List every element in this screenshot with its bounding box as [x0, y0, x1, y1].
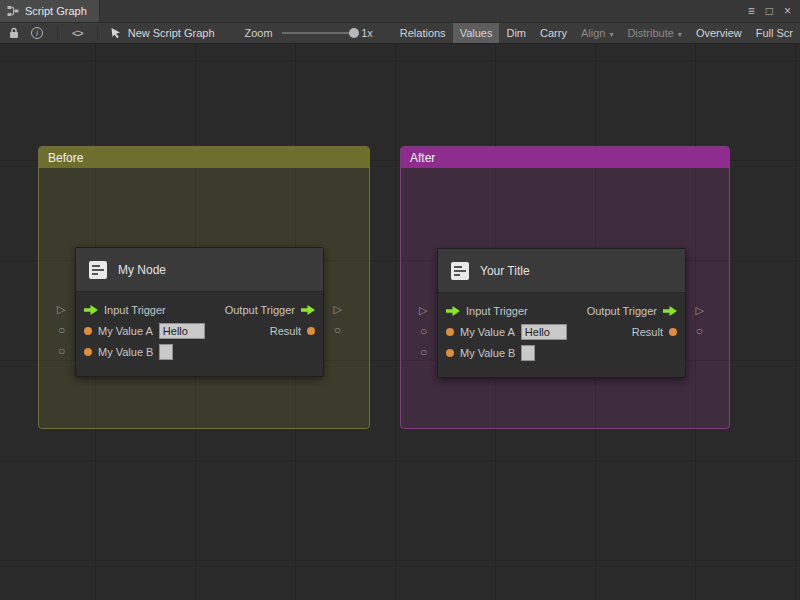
input-trigger-label: Input Trigger [104, 304, 166, 316]
external-trigger-in-connector[interactable]: ▷ [57, 304, 65, 315]
external-value-b-connector[interactable]: ○ [58, 345, 65, 357]
align-button[interactable]: Align▾ [574, 23, 620, 43]
node-container[interactable]: Your Title Input Trigger Output Trigger [437, 248, 686, 378]
external-trigger-in-connector[interactable]: ▷ [419, 305, 427, 316]
trigger-out-icon [301, 305, 315, 315]
window-menu-icon[interactable]: ≡ [748, 5, 755, 17]
result-port[interactable]: Result [270, 325, 315, 337]
toolbar-divider [97, 27, 98, 40]
tab-script-graph[interactable]: Script Graph [0, 0, 100, 22]
output-trigger-port[interactable]: Output Trigger [587, 305, 677, 317]
external-trigger-out-connector[interactable]: ▷ [334, 304, 342, 315]
unit-icon [87, 259, 109, 281]
lock-icon[interactable] [3, 23, 25, 43]
dim-button[interactable]: Dim [499, 23, 533, 43]
external-result-connector[interactable]: ○ [696, 325, 703, 337]
value-port-icon [669, 328, 677, 336]
node-title: Your Title [480, 264, 530, 278]
value-b-input[interactable] [521, 345, 535, 361]
graph-toolbar: i <> New Script Graph Zoom 1x Relations … [0, 22, 800, 44]
graph-breadcrumb[interactable]: New Script Graph [106, 23, 219, 43]
zoom-label: Zoom [245, 27, 273, 39]
input-trigger-label: Input Trigger [466, 305, 528, 317]
graph-canvas[interactable]: Before After My Node [0, 44, 800, 600]
value-b-label: My Value B [98, 346, 153, 358]
zoom-slider-track [282, 32, 356, 34]
distribute-button[interactable]: Distribute▾ [620, 23, 688, 43]
info-glyph: i [31, 27, 43, 39]
external-trigger-out-connector[interactable]: ▷ [696, 305, 704, 316]
value-a-label: My Value A [460, 326, 515, 338]
output-trigger-port[interactable]: Output Trigger [225, 304, 315, 316]
tab-bar: Script Graph ≡ □ × [0, 0, 800, 22]
carry-button[interactable]: Carry [533, 23, 574, 43]
group-header[interactable]: Before [39, 147, 369, 168]
external-result-connector[interactable]: ○ [334, 324, 341, 336]
port-row: My Value A Result [438, 321, 685, 342]
node-body: Input Trigger Output Trigger My Value A [76, 292, 323, 362]
values-button[interactable]: Values [453, 23, 500, 43]
value-port-icon [84, 327, 92, 335]
toolbar-buttons: Relations Values Dim Carry Align▾ Distri… [393, 23, 800, 43]
value-a-input[interactable] [521, 324, 567, 340]
close-icon[interactable]: × [784, 5, 791, 17]
chevron-down-icon: ▾ [678, 28, 682, 39]
script-graph-tab-icon [7, 5, 19, 17]
zoom-slider-handle[interactable] [349, 28, 359, 38]
value-a-port[interactable]: My Value A [446, 324, 567, 340]
maximize-icon[interactable]: □ [766, 5, 773, 17]
trigger-out-icon [663, 306, 677, 316]
tab-title: Script Graph [25, 5, 87, 17]
external-value-a-connector[interactable]: ○ [420, 325, 427, 337]
fullscreen-button[interactable]: Full Scr [749, 23, 800, 43]
value-b-port[interactable]: My Value B [84, 344, 173, 360]
node-container[interactable]: My Node Input Trigger Output Trigger [75, 247, 324, 377]
window-controls: ≡ □ × [748, 0, 800, 22]
value-b-port[interactable]: My Value B [446, 345, 535, 361]
node-header[interactable]: Your Title [438, 249, 685, 293]
node-your-title[interactable]: Your Title Input Trigger Output Trigger [437, 248, 686, 378]
result-port[interactable]: Result [632, 326, 677, 338]
button-label: Full Scr [756, 27, 793, 39]
button-label: Distribute [627, 27, 673, 39]
overview-button[interactable]: Overview [689, 23, 749, 43]
node-body: Input Trigger Output Trigger My Value A [438, 293, 685, 363]
result-label: Result [270, 325, 301, 337]
trigger-in-icon [446, 306, 460, 316]
value-a-port[interactable]: My Value A [84, 323, 205, 339]
port-row: My Value A Result [76, 320, 323, 341]
zoom-slider[interactable] [282, 27, 356, 39]
button-label: Dim [506, 27, 526, 39]
value-port-icon [307, 327, 315, 335]
input-trigger-port[interactable]: Input Trigger [446, 305, 528, 317]
port-row: Input Trigger Output Trigger [438, 300, 685, 321]
info-icon[interactable]: i [25, 23, 49, 43]
group-title: After [410, 151, 435, 165]
relations-button[interactable]: Relations [393, 23, 453, 43]
chevron-down-icon: ▾ [609, 28, 613, 39]
port-row: Input Trigger Output Trigger [76, 299, 323, 320]
code-icon[interactable]: <> [66, 23, 89, 43]
node-header[interactable]: My Node [76, 248, 323, 292]
value-port-icon [446, 328, 454, 336]
zoom-value: 1x [361, 27, 373, 39]
value-port-icon [84, 348, 92, 356]
value-a-label: My Value A [98, 325, 153, 337]
script-graph-window: Script Graph ≡ □ × i <> New Script Graph… [0, 0, 800, 600]
toolbar-divider [57, 27, 58, 40]
node-my-node[interactable]: My Node Input Trigger Output Trigger [75, 247, 324, 377]
node-title: My Node [118, 263, 166, 277]
external-value-a-connector[interactable]: ○ [58, 324, 65, 336]
button-label: Values [460, 27, 493, 39]
external-value-b-connector[interactable]: ○ [420, 346, 427, 358]
group-header[interactable]: After [401, 147, 729, 168]
button-label: Align [581, 27, 605, 39]
button-label: Carry [540, 27, 567, 39]
port-row: My Value B [438, 342, 685, 363]
value-a-input[interactable] [159, 323, 205, 339]
graph-name-label: New Script Graph [128, 27, 215, 39]
value-b-input[interactable] [159, 344, 173, 360]
value-b-label: My Value B [460, 347, 515, 359]
output-trigger-label: Output Trigger [587, 305, 657, 317]
input-trigger-port[interactable]: Input Trigger [84, 304, 166, 316]
